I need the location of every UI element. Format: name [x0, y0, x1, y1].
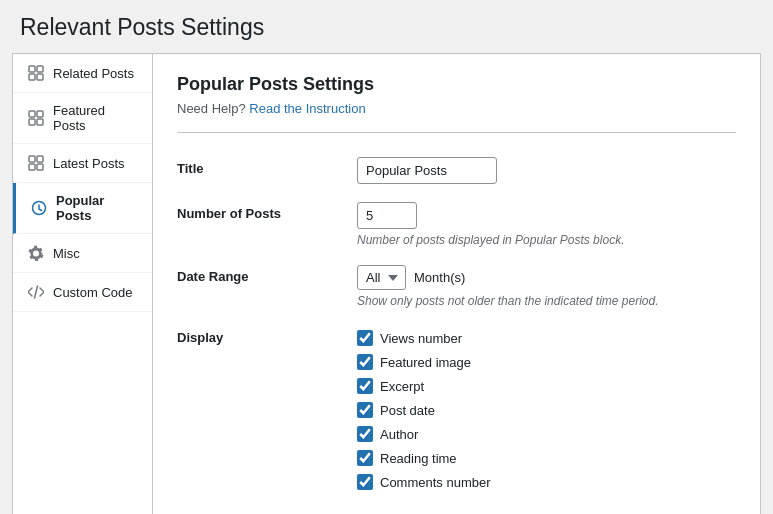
sidebar-item-label-misc: Misc: [53, 246, 80, 261]
display-label: Display: [177, 318, 357, 500]
title-row: Title: [177, 149, 736, 194]
svg-rect-8: [29, 156, 35, 162]
help-link[interactable]: Read the Instruction: [249, 101, 365, 116]
svg-line-13: [35, 286, 38, 298]
display-checkboxes-cell: Views number Featured image Excerpt: [357, 318, 736, 500]
svg-rect-4: [29, 111, 35, 117]
checkbox-excerpt-label: Excerpt: [380, 379, 424, 394]
checkbox-featured-image-input[interactable]: [357, 354, 373, 370]
checkbox-post-date[interactable]: Post date: [357, 402, 736, 418]
checkbox-comments-number-label: Comments number: [380, 475, 491, 490]
main-content: Popular Posts Settings Need Help? Read t…: [152, 53, 761, 514]
svg-rect-9: [37, 156, 43, 162]
sidebar-item-label-latest-posts: Latest Posts: [53, 156, 125, 171]
checkbox-views-number-label: Views number: [380, 331, 462, 346]
sidebar-item-popular-posts[interactable]: Popular Posts: [13, 183, 152, 234]
sidebar-item-custom-code[interactable]: Custom Code: [13, 273, 152, 312]
popular-posts-icon: [30, 199, 48, 217]
sidebar-item-misc[interactable]: Misc: [13, 234, 152, 273]
checkbox-featured-image-label: Featured image: [380, 355, 471, 370]
number-of-posts-row: Number of Posts Number of posts displaye…: [177, 194, 736, 257]
date-range-controls: All 1 2 3 6 12 Month(s): [357, 265, 736, 290]
date-range-row: Date Range All 1 2 3 6 12: [177, 257, 736, 318]
date-range-hint: Show only posts not older than the indic…: [357, 294, 736, 308]
svg-rect-1: [37, 66, 43, 72]
number-of-posts-input-cell: Number of posts displayed in Popular Pos…: [357, 194, 736, 257]
number-of-posts-input[interactable]: [357, 202, 417, 229]
svg-rect-10: [29, 164, 35, 170]
sidebar-item-label-related-posts: Related Posts: [53, 66, 134, 81]
title-input-cell: [357, 149, 736, 194]
svg-rect-6: [29, 119, 35, 125]
months-label: Month(s): [414, 270, 465, 285]
sidebar-item-label-custom-code: Custom Code: [53, 285, 132, 300]
date-range-input-cell: All 1 2 3 6 12 Month(s) Show only posts …: [357, 257, 736, 318]
checkbox-excerpt[interactable]: Excerpt: [357, 378, 736, 394]
checkbox-group: Views number Featured image Excerpt: [357, 330, 736, 490]
svg-rect-7: [37, 119, 43, 125]
sidebar: Related Posts Featured Posts: [12, 53, 152, 514]
sidebar-item-featured-posts[interactable]: Featured Posts: [13, 93, 152, 144]
help-text: Need Help? Read the Instruction: [177, 101, 736, 116]
checkbox-author-label: Author: [380, 427, 418, 442]
divider: [177, 132, 736, 133]
checkbox-author[interactable]: Author: [357, 426, 736, 442]
checkbox-reading-time-input[interactable]: [357, 450, 373, 466]
svg-rect-3: [37, 74, 43, 80]
checkbox-excerpt-input[interactable]: [357, 378, 373, 394]
number-of-posts-label: Number of Posts: [177, 194, 357, 257]
number-of-posts-hint: Number of posts displayed in Popular Pos…: [357, 233, 736, 247]
sidebar-item-label-featured-posts: Featured Posts: [53, 103, 138, 133]
checkbox-views-number[interactable]: Views number: [357, 330, 736, 346]
svg-rect-0: [29, 66, 35, 72]
checkbox-post-date-label: Post date: [380, 403, 435, 418]
related-posts-icon: [27, 64, 45, 82]
checkbox-reading-time-label: Reading time: [380, 451, 457, 466]
form-table: Title Number of Posts Number of posts di…: [177, 149, 736, 500]
checkbox-post-date-input[interactable]: [357, 402, 373, 418]
misc-icon: [27, 244, 45, 262]
checkbox-comments-number-input[interactable]: [357, 474, 373, 490]
latest-posts-icon: [27, 154, 45, 172]
date-range-label: Date Range: [177, 257, 357, 318]
featured-posts-icon: [27, 109, 45, 127]
checkbox-comments-number[interactable]: Comments number: [357, 474, 736, 490]
date-range-select[interactable]: All 1 2 3 6 12: [357, 265, 406, 290]
checkbox-reading-time[interactable]: Reading time: [357, 450, 736, 466]
sidebar-item-label-popular-posts: Popular Posts: [56, 193, 138, 223]
sidebar-item-related-posts[interactable]: Related Posts: [13, 54, 152, 93]
svg-rect-2: [29, 74, 35, 80]
custom-code-icon: [27, 283, 45, 301]
display-row: Display Views number Featured image: [177, 318, 736, 500]
title-label: Title: [177, 149, 357, 194]
checkbox-author-input[interactable]: [357, 426, 373, 442]
svg-rect-5: [37, 111, 43, 117]
page-title: Relevant Posts Settings: [0, 0, 773, 53]
svg-rect-11: [37, 164, 43, 170]
section-title: Popular Posts Settings: [177, 74, 736, 95]
sidebar-item-latest-posts[interactable]: Latest Posts: [13, 144, 152, 183]
checkbox-views-number-input[interactable]: [357, 330, 373, 346]
title-input[interactable]: [357, 157, 497, 184]
checkbox-featured-image[interactable]: Featured image: [357, 354, 736, 370]
